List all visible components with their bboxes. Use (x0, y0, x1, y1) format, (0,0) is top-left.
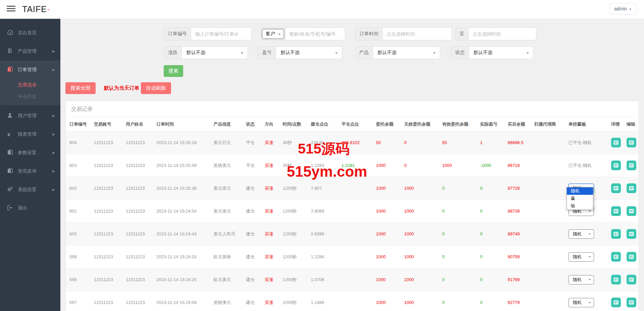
sidebar-subitem-trade-flow[interactable]: 交易流水 (0, 79, 60, 91)
sidebar-item-system-settings[interactable]: 系统设置 ▶ (0, 180, 60, 199)
edit-button[interactable] (627, 275, 636, 284)
win-loss-select[interactable]: 随机⌄ (569, 229, 594, 239)
edit-table-icon (629, 255, 634, 259)
sidebar-item-products[interactable]: 产品管理 ▶ (0, 42, 60, 60)
edit-table-icon (629, 232, 634, 236)
yen-icon: ¥ (7, 125, 13, 144)
dropdown-option[interactable]: 赢 (567, 195, 593, 202)
column-header: 买后余额 (505, 117, 532, 131)
edit-button[interactable] (627, 252, 636, 262)
table-cell: 美元港元 (211, 200, 244, 223)
table-cell: 买涨 (263, 291, 281, 311)
table-cell (339, 246, 374, 268)
sidebar-item-label: 报表管理 (18, 131, 37, 137)
table-cell: 12311223 (124, 200, 154, 223)
detail-button[interactable] (611, 138, 621, 147)
filter-status: 状态 默认不选 ⌄ (451, 46, 533, 59)
filter-order-no: 订单编号 (164, 28, 252, 40)
hamburger-menu-icon[interactable] (7, 6, 15, 12)
table-cell: 2023-11-14 15:24:54 (154, 200, 211, 223)
product-select[interactable]: 默认不选 ⌄ (373, 46, 440, 59)
table-cell: 7.8069 (309, 200, 339, 223)
detail-button[interactable] (611, 229, 621, 239)
sidebar-item-dashboard[interactable]: 后台首页 (0, 24, 60, 42)
column-header: 方向 (263, 117, 281, 131)
product-label: 产品 (355, 46, 373, 59)
sidebar-item-label: 订单管理 (18, 67, 37, 72)
detail-button[interactable] (611, 183, 621, 193)
column-header: 详情 (609, 117, 625, 131)
customer-type-select[interactable]: 客户 ⌄ (262, 29, 284, 39)
trade-records-panel: 交易记录 订单编号交易账号用户姓名订单时间产品信息状态方向时间/点数建仓点位平仓… (65, 101, 639, 311)
edit-button[interactable] (627, 183, 636, 193)
chevron-right-icon: ▶ (52, 180, 55, 199)
detail-button[interactable] (611, 161, 621, 170)
column-header: 时间/点数 (281, 117, 309, 131)
table-cell: 建仓 (244, 291, 263, 311)
table-cell: 604 (66, 131, 92, 154)
sidebar-subitem-label: 交易流水 (18, 82, 37, 87)
detail-button[interactable] (611, 298, 621, 307)
win-loss-select[interactable]: 随机⌄ (569, 252, 594, 262)
table-cell: 86668.5 (505, 131, 532, 154)
table-cell: 1200秒 (281, 268, 309, 291)
edit-button[interactable] (627, 298, 636, 307)
win-loss-value: 随机 (573, 300, 582, 305)
detail-button[interactable] (611, 206, 621, 216)
table-cell: 1000 (402, 177, 440, 200)
search-button[interactable]: 搜索 (164, 65, 183, 77)
time-from-input[interactable] (383, 28, 452, 40)
sidebar-item-label: 参数设置 (18, 150, 37, 155)
sidebar-item-label: 资讯发布 (18, 168, 37, 174)
customer-search-input[interactable] (285, 28, 345, 40)
chevron-right-icon: ▶ (52, 42, 55, 60)
user-icon (7, 107, 13, 126)
search-all-button[interactable]: 搜索全部 (65, 82, 96, 94)
win-loss-select[interactable]: 随机⌄ (569, 275, 594, 284)
edit-button[interactable] (627, 138, 636, 147)
sidebar-item-reports[interactable]: ¥报表管理 ▶ (0, 125, 60, 143)
sidebar-item-parameters[interactable]: 参数设置 ▶ (0, 143, 60, 162)
status-select[interactable]: 默认不选 ⌄ (469, 46, 533, 59)
chevron-down-icon: ⌄ (278, 31, 281, 36)
filter-profit-loss: 盈亏 默认不选 ⌄ (258, 46, 342, 59)
sidebar-item-users[interactable]: 用户管理 ▶ (0, 106, 60, 125)
win-loss-control-cell: 随机⌄ (567, 246, 609, 268)
table-cell: 建仓 (244, 200, 263, 223)
dropdown-option[interactable]: 随机 (567, 187, 593, 195)
table-cell: 建仓 (244, 268, 263, 291)
table-cell (532, 177, 567, 200)
updown-select[interactable]: 默认不选 ⌄ (182, 46, 248, 59)
edit-button[interactable] (627, 206, 636, 216)
sidebar-item-news[interactable]: 资讯发布 ▶ (0, 162, 60, 180)
table-cell: 92779 (505, 291, 532, 311)
detail-button[interactable] (611, 275, 621, 284)
sidebar-subitem-close-log[interactable]: 平仓日志 (0, 91, 60, 102)
time-to-input[interactable] (469, 28, 536, 40)
win-loss-select[interactable]: 随机⌄ (569, 298, 594, 307)
table-cell: 597 (66, 291, 92, 311)
today-orders-note: 默认为当天订单 (104, 85, 139, 91)
edit-button[interactable] (627, 229, 636, 239)
table-cell: 50 (374, 131, 402, 154)
dashboard-icon (7, 24, 13, 43)
edit-button-cell (625, 246, 639, 268)
profit-loss-select[interactable]: 默认不选 ⌄ (276, 46, 342, 59)
table-cell: 1000 (402, 200, 440, 223)
table-cell: 2023-11-14 15:28:18 (154, 131, 211, 154)
table-cell: 0 (402, 154, 440, 177)
edit-button[interactable] (627, 161, 636, 170)
customer-type-value: 客户 (266, 31, 275, 36)
admin-user-menu[interactable]: admin▼ (609, 3, 637, 14)
sidebar-item-logout[interactable]: 退出 (0, 199, 60, 217)
chevron-down-icon: ⌄ (433, 50, 436, 54)
detail-button[interactable] (611, 252, 621, 262)
sidebar-item-orders[interactable]: 订单管理 ▶ (0, 60, 60, 79)
order-no-input[interactable] (191, 28, 252, 40)
dropdown-option[interactable]: 输 (567, 202, 593, 210)
panel-title: 交易记录 (66, 101, 639, 117)
edit-button-cell (625, 268, 639, 291)
win-loss-value: 随机 (573, 277, 582, 282)
auto-refresh-button[interactable]: 自动刷新 (141, 82, 171, 94)
table-cell (532, 131, 567, 154)
